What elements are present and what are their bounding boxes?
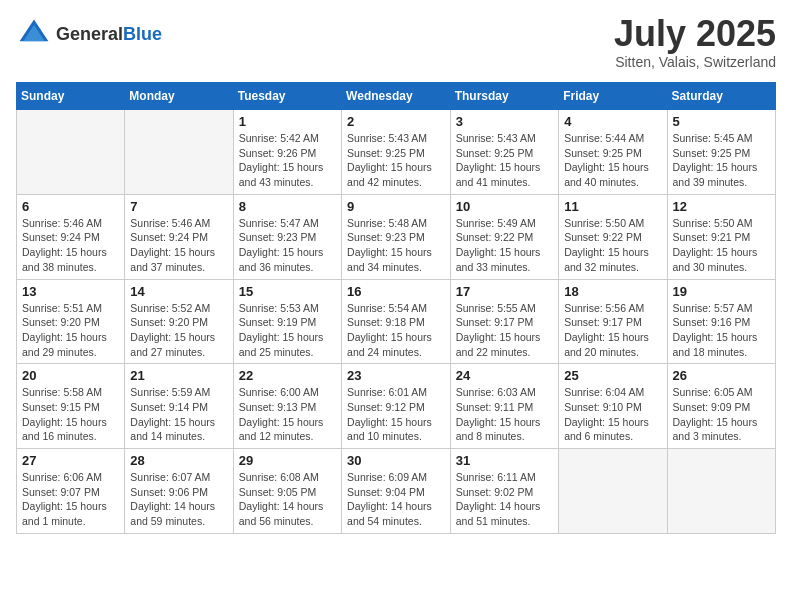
day-number: 29 xyxy=(239,453,336,468)
day-info: Sunrise: 6:04 AM Sunset: 9:10 PM Dayligh… xyxy=(564,385,661,444)
day-number: 22 xyxy=(239,368,336,383)
calendar-cell: 21Sunrise: 5:59 AM Sunset: 9:14 PM Dayli… xyxy=(125,364,233,449)
day-info: Sunrise: 6:08 AM Sunset: 9:05 PM Dayligh… xyxy=(239,470,336,529)
calendar-cell: 9Sunrise: 5:48 AM Sunset: 9:23 PM Daylig… xyxy=(342,194,451,279)
day-number: 26 xyxy=(673,368,770,383)
calendar-cell: 31Sunrise: 6:11 AM Sunset: 9:02 PM Dayli… xyxy=(450,449,558,534)
day-number: 15 xyxy=(239,284,336,299)
calendar-cell: 12Sunrise: 5:50 AM Sunset: 9:21 PM Dayli… xyxy=(667,194,775,279)
day-number: 28 xyxy=(130,453,227,468)
calendar-cell: 7Sunrise: 5:46 AM Sunset: 9:24 PM Daylig… xyxy=(125,194,233,279)
day-info: Sunrise: 5:45 AM Sunset: 9:25 PM Dayligh… xyxy=(673,131,770,190)
day-info: Sunrise: 5:53 AM Sunset: 9:19 PM Dayligh… xyxy=(239,301,336,360)
week-row: 6Sunrise: 5:46 AM Sunset: 9:24 PM Daylig… xyxy=(17,194,776,279)
day-info: Sunrise: 5:59 AM Sunset: 9:14 PM Dayligh… xyxy=(130,385,227,444)
calendar-cell: 30Sunrise: 6:09 AM Sunset: 9:04 PM Dayli… xyxy=(342,449,451,534)
day-info: Sunrise: 5:51 AM Sunset: 9:20 PM Dayligh… xyxy=(22,301,119,360)
day-info: Sunrise: 5:48 AM Sunset: 9:23 PM Dayligh… xyxy=(347,216,445,275)
day-number: 9 xyxy=(347,199,445,214)
calendar-cell xyxy=(17,110,125,195)
weekday-header: Wednesday xyxy=(342,83,451,110)
calendar: SundayMondayTuesdayWednesdayThursdayFrid… xyxy=(16,82,776,534)
calendar-cell: 6Sunrise: 5:46 AM Sunset: 9:24 PM Daylig… xyxy=(17,194,125,279)
day-info: Sunrise: 5:52 AM Sunset: 9:20 PM Dayligh… xyxy=(130,301,227,360)
calendar-cell: 8Sunrise: 5:47 AM Sunset: 9:23 PM Daylig… xyxy=(233,194,341,279)
calendar-cell: 19Sunrise: 5:57 AM Sunset: 9:16 PM Dayli… xyxy=(667,279,775,364)
weekday-header: Thursday xyxy=(450,83,558,110)
day-number: 24 xyxy=(456,368,553,383)
calendar-cell: 27Sunrise: 6:06 AM Sunset: 9:07 PM Dayli… xyxy=(17,449,125,534)
month-year: July 2025 xyxy=(614,16,776,52)
day-number: 3 xyxy=(456,114,553,129)
logo: GeneralBlue xyxy=(16,16,162,52)
day-info: Sunrise: 6:00 AM Sunset: 9:13 PM Dayligh… xyxy=(239,385,336,444)
day-info: Sunrise: 5:55 AM Sunset: 9:17 PM Dayligh… xyxy=(456,301,553,360)
weekday-header: Monday xyxy=(125,83,233,110)
day-number: 6 xyxy=(22,199,119,214)
day-number: 10 xyxy=(456,199,553,214)
calendar-cell: 26Sunrise: 6:05 AM Sunset: 9:09 PM Dayli… xyxy=(667,364,775,449)
page-header: GeneralBlue July 2025 Sitten, Valais, Sw… xyxy=(16,16,776,70)
day-number: 27 xyxy=(22,453,119,468)
weekday-header: Saturday xyxy=(667,83,775,110)
location: Sitten, Valais, Switzerland xyxy=(614,54,776,70)
calendar-cell xyxy=(125,110,233,195)
calendar-cell: 10Sunrise: 5:49 AM Sunset: 9:22 PM Dayli… xyxy=(450,194,558,279)
day-number: 4 xyxy=(564,114,661,129)
day-number: 8 xyxy=(239,199,336,214)
day-info: Sunrise: 5:43 AM Sunset: 9:25 PM Dayligh… xyxy=(347,131,445,190)
day-number: 20 xyxy=(22,368,119,383)
weekday-header: Tuesday xyxy=(233,83,341,110)
calendar-cell: 1Sunrise: 5:42 AM Sunset: 9:26 PM Daylig… xyxy=(233,110,341,195)
calendar-cell: 28Sunrise: 6:07 AM Sunset: 9:06 PM Dayli… xyxy=(125,449,233,534)
day-info: Sunrise: 6:01 AM Sunset: 9:12 PM Dayligh… xyxy=(347,385,445,444)
logo-icon xyxy=(16,16,52,52)
calendar-cell: 25Sunrise: 6:04 AM Sunset: 9:10 PM Dayli… xyxy=(559,364,667,449)
day-info: Sunrise: 5:46 AM Sunset: 9:24 PM Dayligh… xyxy=(22,216,119,275)
calendar-cell: 24Sunrise: 6:03 AM Sunset: 9:11 PM Dayli… xyxy=(450,364,558,449)
day-info: Sunrise: 5:50 AM Sunset: 9:22 PM Dayligh… xyxy=(564,216,661,275)
day-info: Sunrise: 5:57 AM Sunset: 9:16 PM Dayligh… xyxy=(673,301,770,360)
calendar-cell: 2Sunrise: 5:43 AM Sunset: 9:25 PM Daylig… xyxy=(342,110,451,195)
day-number: 25 xyxy=(564,368,661,383)
day-info: Sunrise: 6:05 AM Sunset: 9:09 PM Dayligh… xyxy=(673,385,770,444)
weekday-header: Sunday xyxy=(17,83,125,110)
day-number: 21 xyxy=(130,368,227,383)
day-number: 5 xyxy=(673,114,770,129)
day-info: Sunrise: 6:06 AM Sunset: 9:07 PM Dayligh… xyxy=(22,470,119,529)
logo-blue: Blue xyxy=(123,24,162,45)
week-row: 20Sunrise: 5:58 AM Sunset: 9:15 PM Dayli… xyxy=(17,364,776,449)
calendar-cell: 3Sunrise: 5:43 AM Sunset: 9:25 PM Daylig… xyxy=(450,110,558,195)
day-number: 16 xyxy=(347,284,445,299)
calendar-cell: 4Sunrise: 5:44 AM Sunset: 9:25 PM Daylig… xyxy=(559,110,667,195)
day-number: 19 xyxy=(673,284,770,299)
day-number: 18 xyxy=(564,284,661,299)
calendar-cell: 11Sunrise: 5:50 AM Sunset: 9:22 PM Dayli… xyxy=(559,194,667,279)
day-number: 14 xyxy=(130,284,227,299)
calendar-cell: 29Sunrise: 6:08 AM Sunset: 9:05 PM Dayli… xyxy=(233,449,341,534)
weekday-header-row: SundayMondayTuesdayWednesdayThursdayFrid… xyxy=(17,83,776,110)
day-number: 30 xyxy=(347,453,445,468)
day-number: 2 xyxy=(347,114,445,129)
day-number: 13 xyxy=(22,284,119,299)
calendar-cell xyxy=(559,449,667,534)
week-row: 27Sunrise: 6:06 AM Sunset: 9:07 PM Dayli… xyxy=(17,449,776,534)
calendar-cell: 16Sunrise: 5:54 AM Sunset: 9:18 PM Dayli… xyxy=(342,279,451,364)
day-info: Sunrise: 5:46 AM Sunset: 9:24 PM Dayligh… xyxy=(130,216,227,275)
day-info: Sunrise: 5:50 AM Sunset: 9:21 PM Dayligh… xyxy=(673,216,770,275)
calendar-cell: 15Sunrise: 5:53 AM Sunset: 9:19 PM Dayli… xyxy=(233,279,341,364)
day-info: Sunrise: 5:58 AM Sunset: 9:15 PM Dayligh… xyxy=(22,385,119,444)
day-info: Sunrise: 5:49 AM Sunset: 9:22 PM Dayligh… xyxy=(456,216,553,275)
calendar-cell: 20Sunrise: 5:58 AM Sunset: 9:15 PM Dayli… xyxy=(17,364,125,449)
day-number: 23 xyxy=(347,368,445,383)
day-info: Sunrise: 5:47 AM Sunset: 9:23 PM Dayligh… xyxy=(239,216,336,275)
day-info: Sunrise: 5:44 AM Sunset: 9:25 PM Dayligh… xyxy=(564,131,661,190)
calendar-cell: 17Sunrise: 5:55 AM Sunset: 9:17 PM Dayli… xyxy=(450,279,558,364)
day-number: 7 xyxy=(130,199,227,214)
logo-text: GeneralBlue xyxy=(56,24,162,45)
day-number: 17 xyxy=(456,284,553,299)
title-block: July 2025 Sitten, Valais, Switzerland xyxy=(614,16,776,70)
calendar-cell: 22Sunrise: 6:00 AM Sunset: 9:13 PM Dayli… xyxy=(233,364,341,449)
day-info: Sunrise: 6:09 AM Sunset: 9:04 PM Dayligh… xyxy=(347,470,445,529)
logo-general: General xyxy=(56,24,123,45)
